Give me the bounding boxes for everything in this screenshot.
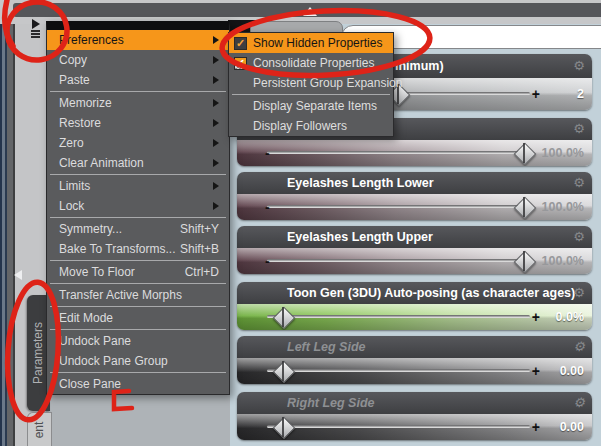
menu-item-close-pane[interactable]: Close Pane (47, 374, 229, 394)
slider-value[interactable]: 0.00 (560, 364, 584, 378)
nudge-minus[interactable]: - (265, 254, 270, 268)
submenu-item-show-hidden-properties[interactable]: ✓ Show Hidden Properties (229, 33, 393, 53)
gear-icon[interactable]: ⚙ (573, 392, 585, 414)
slider-track[interactable] (267, 315, 530, 318)
slider-label: inimum) (395, 54, 444, 78)
submenu-arrow-icon (213, 139, 219, 147)
submenu-item-consolidate-properties[interactable]: ✓ Consolidate Properties (229, 53, 393, 73)
scroll-up-icon[interactable] (303, 7, 317, 16)
slider[interactable]: - 100.0% (237, 248, 592, 274)
slider[interactable]: + 0.0% (237, 304, 592, 330)
slider-track[interactable] (267, 369, 530, 372)
menu-shortcut: Ctrl+D (185, 265, 219, 279)
gear-icon[interactable]: ⚙ (573, 282, 585, 304)
slider-group: Eyelashes Length Lower ⚙ - 100.0% (237, 172, 592, 220)
submenu-arrow-icon (213, 56, 219, 64)
slider-value[interactable]: 2 (577, 87, 584, 101)
slider[interactable]: + 0.00 (237, 358, 592, 384)
slider-track[interactable] (267, 205, 530, 208)
submenu-item-display-separate-items[interactable]: Display Separate Items (229, 96, 393, 116)
slider-label: Toon Gen (3DU) Auto-posing (as character… (287, 286, 575, 300)
slider-handle[interactable] (513, 251, 535, 271)
nudge-plus[interactable]: + (532, 87, 540, 101)
slider-handle[interactable] (272, 361, 294, 381)
menu-item-memorize[interactable]: Memorize (47, 93, 229, 113)
slider-value[interactable]: 100.0% (542, 200, 584, 214)
slider-group: Toon Gen (3DU) Auto-posing (as character… (237, 282, 592, 330)
submenu-arrow-icon (213, 119, 219, 127)
pane-collapse-icon[interactable] (14, 270, 22, 280)
nudge-minus[interactable]: - (265, 200, 270, 214)
slider-group-header: Right Leg Side ⚙ (237, 392, 592, 414)
menu-item-move-to-floor[interactable]: Move To FloorCtrl+D (47, 262, 229, 282)
menu-item-lock[interactable]: Lock (47, 196, 229, 216)
menu-item-zero[interactable]: Zero (47, 133, 229, 153)
slider-label: Eyelashes Length Lower (287, 176, 434, 190)
slider-track[interactable] (267, 425, 530, 428)
slider-value[interactable]: 0.00 (560, 420, 584, 434)
slider-group-header: Toon Gen (3DU) Auto-posing (as character… (237, 282, 592, 304)
pane-option-menu-icon[interactable] (30, 18, 46, 36)
menu-item-clear-animation[interactable]: Clear Animation (47, 153, 229, 173)
submenu-item-persistent-group-expansion[interactable]: Persistent Group Expansion (229, 73, 393, 93)
menu-item-undock-pane[interactable]: Undock Pane (47, 331, 229, 351)
submenu-arrow-icon (213, 159, 219, 167)
gear-icon[interactable]: ⚙ (573, 172, 585, 194)
menu-separator (50, 306, 226, 307)
submenu-arrow-icon (213, 76, 219, 84)
menu-item-copy[interactable]: Copy (47, 50, 229, 70)
submenu-item-display-followers[interactable]: Display Followers (229, 116, 393, 136)
tab-partial[interactable]: ent (27, 412, 52, 446)
nudge-plus[interactable]: + (532, 364, 540, 378)
nudge-minus[interactable]: - (265, 146, 270, 160)
submenu-arrow-icon (213, 202, 219, 210)
menu-separator (50, 260, 226, 261)
checkbox-checked-icon: ✓ (234, 57, 247, 70)
slider-track[interactable] (267, 151, 530, 154)
tab-partial-label: ent (33, 422, 47, 439)
menu-item-transfer-active-morphs[interactable]: Transfer Active Morphs (47, 285, 229, 305)
gear-icon[interactable]: ⚙ (573, 118, 585, 140)
slider[interactable]: - 100.0% (237, 140, 592, 166)
slider-group: Right Leg Side ⚙ + 0.00 (237, 392, 592, 440)
slider-handle[interactable] (513, 197, 535, 217)
menu-shortcut: Shift+Y (180, 222, 219, 236)
slider-handle[interactable] (272, 417, 294, 437)
menu-item-preferences[interactable]: Preferences (47, 30, 229, 50)
slider[interactable]: + 0.00 (237, 414, 592, 440)
slider-value[interactable]: 0.0% (556, 310, 585, 324)
menu-item-edit-mode[interactable]: Edit Mode (47, 308, 229, 328)
nudge-plus[interactable]: + (532, 310, 540, 324)
menu-item-undock-pane-group[interactable]: Undock Pane Group (47, 351, 229, 371)
submenu-arrow-icon (213, 99, 219, 107)
slider-handle[interactable] (272, 307, 294, 327)
slider-group: Eyelashes Length Upper ⚙ - 100.0% (237, 226, 592, 274)
gear-icon[interactable]: ⚙ (573, 54, 585, 78)
menu-item-limits[interactable]: Limits (47, 176, 229, 196)
context-menu: Preferences Copy Paste Memorize Restore … (46, 21, 230, 395)
slider-label: Left Leg Side (287, 340, 365, 354)
menu-item-paste[interactable]: Paste (47, 70, 229, 90)
menu-separator (50, 91, 226, 92)
menu-separator (50, 329, 226, 330)
nudge-plus[interactable]: + (532, 420, 540, 434)
slider-value[interactable]: 100.0% (542, 146, 584, 160)
menu-shortcut: Shift+B (180, 242, 219, 256)
daz-studio-parameters-pane: inimum) ⚙ + 2 ⚙ - 100.0% Eyelashes Lengt… (0, 0, 601, 446)
slider[interactable]: - 100.0% (237, 194, 592, 220)
checkbox-checked-icon: ✓ (234, 37, 247, 50)
gear-icon[interactable]: ⚙ (573, 226, 585, 248)
slider-track[interactable] (267, 259, 530, 262)
menu-separator (50, 217, 226, 218)
menu-separator (50, 372, 226, 373)
slider-group: Left Leg Side ⚙ + 0.00 (237, 336, 592, 384)
menu-separator (50, 174, 226, 175)
slider-handle[interactable] (513, 143, 535, 163)
slider-group-header: Eyelashes Length Upper ⚙ (237, 226, 592, 248)
slider-value[interactable]: 100.0% (542, 254, 584, 268)
menu-item-bake-to-transforms[interactable]: Bake To Transforms...Shift+B (47, 239, 229, 259)
menu-item-symmetry[interactable]: Symmetry...Shift+Y (47, 219, 229, 239)
preferences-submenu: ✓ Show Hidden Properties ✓ Consolidate P… (228, 32, 394, 137)
menu-item-restore[interactable]: Restore (47, 113, 229, 133)
gear-icon[interactable]: ⚙ (573, 336, 585, 358)
